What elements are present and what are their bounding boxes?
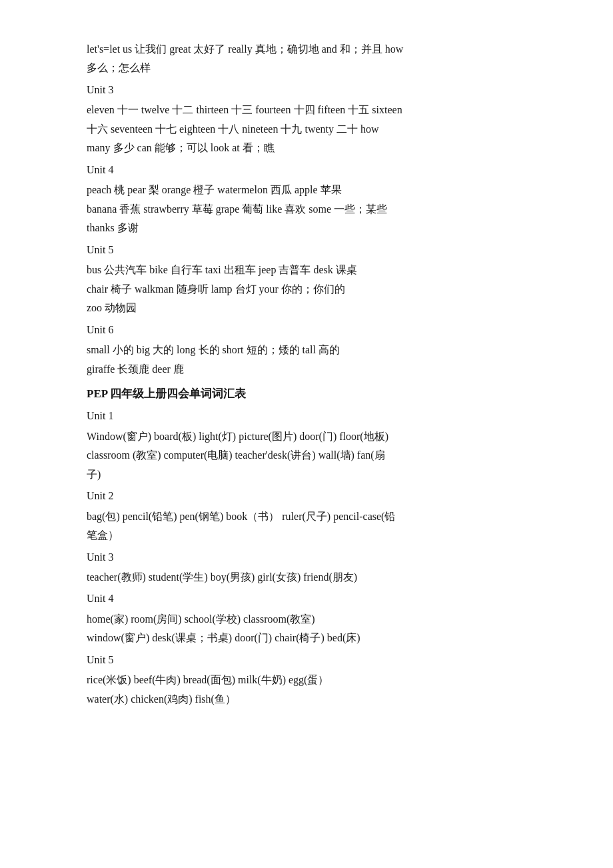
unit4-line2: banana 香蕉 strawberry 草莓 grape 葡萄 like 喜欢…	[87, 200, 526, 219]
unit4-line1: peach 桃 pear 梨 orange 橙子 watermelon 西瓜 a…	[87, 181, 526, 199]
unit5-line3: zoo 动物园	[87, 299, 526, 317]
unit5-line1: bus 公共汽车 bike 自行车 taxi 出租车 jeep 吉普车 desk…	[87, 261, 526, 279]
s2-unit4-heading: Unit 4	[87, 589, 526, 608]
unit3-line1: eleven 十一 twelve 十二 thirteen 十三 fourteen…	[87, 101, 526, 119]
unit4-line3: thanks 多谢	[87, 219, 526, 237]
intro-line1: let's=let us 让我们 great 太好了 really 真地；确切地…	[87, 40, 526, 59]
page-content: let's=let us 让我们 great 太好了 really 真地；确切地…	[87, 40, 526, 709]
s2-unit1-line3: 子)	[87, 465, 526, 484]
section2-heading: PEP 四年级上册四会单词词汇表	[87, 384, 526, 404]
intro-line2: 多么；怎么样	[87, 59, 526, 77]
s2-unit1-line1: Window(窗户) board(板) light(灯) picture(图片)…	[87, 427, 526, 446]
s2-unit5-heading: Unit 5	[87, 651, 526, 669]
unit5-heading: Unit 5	[87, 241, 526, 259]
s2-unit3-heading: Unit 3	[87, 548, 526, 567]
unit3-line3: many 多少 can 能够；可以 look at 看；瞧	[87, 139, 526, 157]
s2-unit3-line1: teacher(教师) student(学生) boy(男孩) girl(女孩)…	[87, 568, 526, 587]
s2-unit2-heading: Unit 2	[87, 487, 526, 505]
unit5-line2: chair 椅子 walkman 随身听 lamp 台灯 your 你的；你们的	[87, 280, 526, 299]
s2-unit5-line1: rice(米饭) beef(牛肉) bread(面包) milk(牛奶) egg…	[87, 671, 526, 689]
s2-unit4-line2: window(窗户) desk(课桌；书桌) door(门) chair(椅子)…	[87, 629, 526, 647]
unit3-heading: Unit 3	[87, 81, 526, 99]
unit3-line2: 十六 seventeen 十七 eighteen 十八 nineteen 十九 …	[87, 120, 526, 139]
unit6-heading: Unit 6	[87, 321, 526, 339]
s2-unit1-line2: classroom (教室) computer(电脑) teacher'desk…	[87, 446, 526, 465]
unit4-heading: Unit 4	[87, 161, 526, 179]
s2-unit1-heading: Unit 1	[87, 407, 526, 425]
unit6-line1: small 小的 big 大的 long 长的 short 短的；矮的 tall…	[87, 341, 526, 359]
unit6-line2: giraffe 长颈鹿 deer 鹿	[87, 360, 526, 379]
s2-unit5-line2: water(水) chicken(鸡肉) fish(鱼）	[87, 690, 526, 709]
s2-unit4-line1: home(家) room(房间) school(学校) classroom(教室…	[87, 610, 526, 629]
s2-unit2-line1: bag(包) pencil(铅笔) pen(钢笔) book（书） ruler(…	[87, 507, 526, 526]
s2-unit2-line2: 笔盒）	[87, 526, 526, 545]
